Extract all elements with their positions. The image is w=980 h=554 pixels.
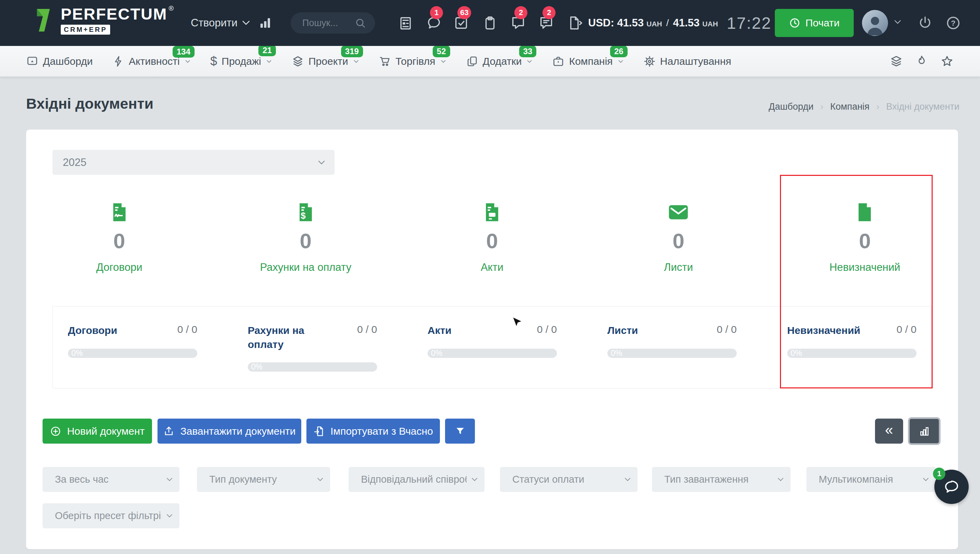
nav-label: Продажі — [222, 56, 261, 67]
chevron-down-icon — [266, 60, 272, 63]
chevron-down-icon — [317, 478, 323, 481]
nav-badge-projects: 319 — [341, 46, 363, 57]
chat-count-badge: 1 — [430, 6, 443, 19]
summary-card-acts[interactable]: 0 Акти — [399, 195, 585, 274]
filter-button[interactable] — [445, 419, 475, 444]
summary-card-undefined[interactable]: 0 Невизначений — [772, 195, 958, 274]
upload-icon — [163, 425, 175, 437]
nav-item-activities[interactable]: Активності 134 — [113, 56, 190, 67]
stat-acts: Акти 0 / 0 0% — [428, 324, 557, 388]
chat-notifications-icon[interactable]: 1 — [426, 15, 442, 31]
breadcrumb-separator: › — [820, 102, 824, 112]
flame-icon[interactable] — [915, 54, 929, 68]
nav-label: Додатки — [483, 56, 522, 67]
perfectum-logo[interactable]: PERFECTUM ® CRM+ERP — [33, 5, 174, 35]
chart-view-toggle-button[interactable] — [908, 417, 940, 445]
stack-icon[interactable] — [889, 54, 903, 68]
chevron-down-icon — [166, 478, 172, 481]
filter-upload-type[interactable]: Тип завантаження — [652, 467, 791, 492]
upload-documents-button[interactable]: Завантажити документи — [158, 419, 301, 444]
brand-name: PERFECTUM — [61, 6, 167, 22]
tasks-icon[interactable]: 63 — [453, 15, 469, 31]
filter-document-type[interactable]: Тип документу — [197, 467, 330, 492]
start-timer-button[interactable]: Почати — [775, 9, 854, 37]
summary-label: Листи — [664, 261, 693, 274]
envelope-icon — [667, 201, 690, 223]
nav-label: Компанія — [569, 56, 613, 67]
button-label: Завантажити документи — [180, 425, 295, 437]
summary-card-letters[interactable]: 0 Листи — [586, 195, 772, 274]
clipboard-icon[interactable] — [482, 15, 498, 31]
brand-tagline: CRM+ERP — [61, 25, 110, 35]
nav-badge-company: 26 — [610, 46, 627, 57]
progress-bar: 0% — [248, 362, 377, 372]
summary-card-contracts[interactable]: 0 Договори — [26, 195, 212, 274]
clock-icon — [789, 17, 801, 29]
breadcrumb-company[interactable]: Компанія — [830, 102, 869, 112]
documents-dashboard-card: 2025 0 Договори $ 0 Рахунки на оплату 0 … — [26, 130, 958, 549]
import-vchasno-button[interactable]: Імпортувати з Вчасно — [306, 419, 440, 444]
year-filter-select[interactable]: 2025 — [53, 150, 335, 175]
nav-badge-activities: 134 — [172, 46, 195, 58]
nav-label: Налаштування — [660, 56, 731, 67]
collapse-panel-button[interactable]: « — [875, 419, 903, 444]
progress-bar: 0% — [428, 349, 557, 358]
nav-item-sales[interactable]: $ Продажі 21 — [210, 54, 272, 68]
nav-item-settings[interactable]: Налаштування — [643, 55, 731, 67]
perfectum-crm-inbox-documents-page: { "header": { "brand": { "name": "PERFEC… — [0, 0, 980, 554]
new-document-button[interactable]: Новий документ — [43, 419, 152, 444]
filter-placeholder: Відповідальний співробітник — [361, 474, 467, 485]
actions-toolbar: Новий документ Завантажити документи Імп… — [26, 419, 958, 444]
dashboard-icon — [26, 55, 38, 67]
nav-badge-addons: 33 — [519, 46, 537, 57]
filter-preset-select[interactable]: Оберіть пресет фільтрів — [43, 503, 179, 528]
nav-item-trade[interactable]: Торгівля 52 — [379, 55, 446, 67]
filter-multicompany[interactable]: Мультикомпанія — [806, 467, 936, 492]
plus-circle-icon — [50, 425, 61, 437]
star-icon[interactable] — [940, 54, 954, 68]
nav-item-company[interactable]: Компанія 26 — [552, 55, 623, 67]
nav-item-dashboards[interactable]: Дашборди — [26, 55, 93, 67]
nav-item-projects[interactable]: Проекти 319 — [292, 55, 359, 67]
chat-widget-badge: 1 — [933, 468, 945, 480]
nav-item-addons[interactable]: Додатки 33 — [466, 55, 533, 67]
chevron-down-icon — [527, 60, 532, 63]
report-icon[interactable] — [398, 15, 413, 31]
logout-power-icon[interactable] — [918, 16, 933, 30]
currency-unit-2: UAH — [702, 20, 718, 28]
progress-label: 0% — [791, 349, 802, 358]
breadcrumb-dashboards[interactable]: Дашборди — [769, 102, 814, 112]
filter-responsible-employee[interactable]: Відповідальний співробітник — [349, 467, 485, 492]
stat-invoices: Рахунки на оплату 0 / 0 0% — [248, 324, 377, 388]
chart-bars-icon[interactable] — [258, 16, 273, 30]
invoice-document-icon: $ — [294, 201, 317, 223]
messages-icon[interactable]: 2 — [538, 15, 554, 31]
filter-payment-statuses[interactable]: Статуси оплати — [500, 467, 638, 492]
stat-label: Акти — [428, 324, 512, 337]
search-input[interactable] — [302, 18, 354, 29]
contract-document-icon — [108, 201, 131, 223]
cart-icon — [379, 55, 391, 67]
search-icon[interactable] — [354, 17, 366, 29]
document-export-icon[interactable] — [567, 15, 583, 31]
profile-caret-icon[interactable] — [894, 20, 901, 24]
create-menu[interactable]: Створити — [191, 0, 250, 46]
messages-count-badge: 2 — [543, 6, 555, 19]
user-avatar[interactable] — [862, 10, 888, 36]
summary-card-invoices[interactable]: $ 0 Рахунки на оплату — [212, 195, 399, 274]
nav-badge-trade: 52 — [433, 46, 450, 57]
support-chat-widget[interactable]: 1 — [934, 470, 969, 504]
comments-icon[interactable]: 2 — [510, 15, 526, 31]
summary-value: 0 — [486, 230, 498, 252]
copy-icon — [466, 55, 478, 67]
button-label: Новий документ — [67, 425, 144, 437]
progress-bar: 0% — [68, 349, 197, 358]
currency-rate[interactable]: USD: 41.53 UAH / 41.53 UAH — [588, 0, 718, 46]
stat-undefined: Невизначений 0 / 0 0% — [787, 324, 916, 388]
filter-period[interactable]: За весь час — [43, 467, 179, 492]
chevron-down-icon — [777, 478, 784, 481]
top-header: PERFECTUM ® CRM+ERP Створити 1 63 2 — [0, 0, 980, 46]
stat-value: 0 / 0 — [897, 324, 916, 335]
chevron-down-icon — [166, 514, 172, 517]
help-icon[interactable]: ? — [946, 16, 961, 30]
